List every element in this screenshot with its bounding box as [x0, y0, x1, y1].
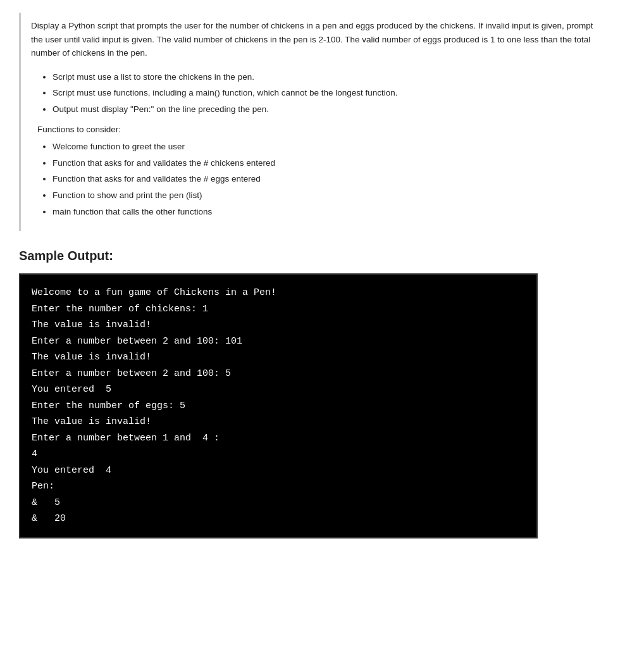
function-item: Function to show and print the pen (list…: [53, 189, 596, 202]
requirement-item: Script must use a list to store the chic…: [53, 70, 596, 84]
terminal-line: You entered 5: [32, 382, 525, 398]
requirement-item: Output must display "Pen:" on the line p…: [53, 103, 596, 116]
terminal-line: You entered 4: [32, 463, 525, 479]
terminal-line: The value is invalid!: [32, 317, 525, 333]
terminal-line: & 20: [32, 511, 525, 527]
sample-output-heading: Sample Output:: [19, 249, 606, 263]
function-item: Welcome function to greet the user: [53, 140, 596, 154]
terminal-line: 4: [32, 446, 525, 463]
function-item: Function that asks for and validates the…: [53, 172, 596, 186]
requirement-item: Script must use functions, including a m…: [53, 86, 596, 100]
terminal-line: Enter a number between 1 and 4 :: [32, 430, 525, 447]
functions-list: Welcome function to greet the user Funct…: [37, 140, 596, 218]
terminal-line: Enter the number of chickens: 1: [32, 301, 525, 318]
terminal-line: Pen:: [32, 478, 525, 495]
terminal-output: Welcome to a fun game of Chickens in a P…: [19, 273, 538, 538]
terminal-line: The value is invalid!: [32, 414, 525, 430]
requirements-list: Script must use a list to store the chic…: [37, 70, 596, 116]
function-item: main function that calls the other funct…: [53, 205, 596, 219]
terminal-line: Welcome to a fun game of Chickens in a P…: [32, 285, 525, 301]
description-text: Display a Python script that prompts the…: [31, 19, 596, 60]
terminal-line: & 5: [32, 495, 525, 511]
terminal-line: The value is invalid!: [32, 349, 525, 366]
functions-label: Functions to consider:: [37, 123, 596, 137]
function-item: Function that asks for and validates the…: [53, 156, 596, 170]
requirements-section: Script must use a list to store the chic…: [31, 70, 596, 218]
terminal-line: Enter a number between 2 and 100: 5: [32, 366, 525, 382]
description-block: Display a Python script that prompts the…: [19, 13, 606, 231]
terminal-line: Enter a number between 2 and 100: 101: [32, 333, 525, 350]
terminal-line: Enter the number of eggs: 5: [32, 398, 525, 414]
